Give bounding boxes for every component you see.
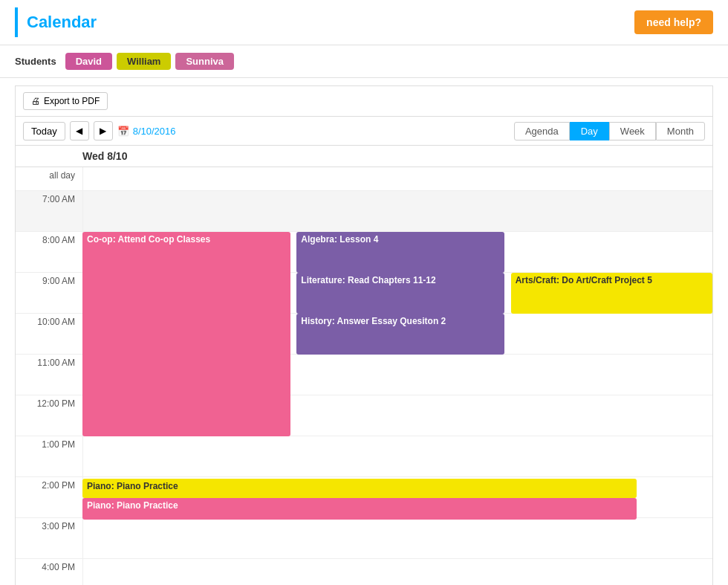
time-row-7am: 7:00 AM — [16, 191, 712, 232]
nav-left: Today ◀ ▶ 📅 8/10/2016 — [23, 121, 176, 140]
student-badge-william[interactable]: William — [117, 53, 171, 70]
view-week-button[interactable]: Week — [609, 122, 656, 140]
content-1pm — [82, 436, 712, 476]
allday-content — [82, 167, 712, 190]
next-button[interactable]: ▶ — [94, 121, 113, 140]
day-header: Wed 8/10 — [16, 146, 712, 167]
nav-bar: Today ◀ ▶ 📅 8/10/2016 Agenda Day Week Mo… — [16, 117, 712, 146]
view-buttons: Agenda Day Week Month — [514, 122, 705, 140]
export-button[interactable]: 🖨 Export to PDF — [23, 92, 108, 110]
students-label: Students — [15, 56, 56, 67]
label-8am: 8:00 AM — [16, 232, 82, 272]
content-4pm — [82, 559, 712, 585]
calendar-icon: 📅 — [117, 126, 129, 137]
event-artscraft[interactable]: Arts/Craft: Do Art/Craft Project 5 — [511, 273, 712, 314]
label-4pm: 4:00 PM — [16, 559, 82, 585]
calendar-body: all day 7:00 AM 8:00 AM 9:00 AM 10:00 AM — [16, 167, 712, 585]
event-piano-yellow[interactable]: Piano: Piano Practice — [82, 479, 637, 498]
prev-icon: ◀ — [76, 126, 82, 136]
export-label: Export to PDF — [44, 96, 100, 106]
next-icon: ▶ — [100, 126, 106, 136]
event-history[interactable]: History: Answer Essay Quesiton 2 — [296, 314, 504, 355]
toolbar: 🖨 Export to PDF — [16, 86, 712, 117]
need-help-button[interactable]: need help? — [634, 10, 713, 34]
view-day-button[interactable]: Day — [570, 122, 609, 140]
time-row-1pm: 1:00 PM — [16, 436, 712, 477]
students-row: Students David William Sunniva — [0, 45, 728, 78]
label-12pm: 12:00 PM — [16, 395, 82, 436]
label-9am: 9:00 AM — [16, 273, 82, 313]
current-date: 8/10/2016 — [133, 126, 176, 137]
prev-button[interactable]: ◀ — [70, 121, 89, 140]
today-button[interactable]: Today — [23, 122, 65, 140]
day-header-text: Wed 8/10 — [23, 150, 705, 162]
student-badge-david[interactable]: David — [65, 53, 112, 70]
event-piano-pink[interactable]: Piano: Piano Practice — [82, 498, 637, 520]
label-11am: 11:00 AM — [16, 355, 82, 395]
calendar-container: 🖨 Export to PDF Today ◀ ▶ 📅 8/10/2016 Ag… — [15, 85, 713, 585]
header: Calendar need help? — [0, 0, 728, 45]
student-badge-sunniva[interactable]: Sunniva — [175, 53, 234, 70]
label-3pm: 3:00 PM — [16, 518, 82, 558]
page-title: Calendar — [27, 13, 97, 32]
event-coop[interactable]: Co-op: Attend Co-op Classes — [82, 232, 290, 436]
event-algebra[interactable]: Algebra: Lesson 4 — [296, 232, 504, 273]
view-month-button[interactable]: Month — [656, 122, 705, 140]
label-10am: 10:00 AM — [16, 314, 82, 354]
nav-date: 📅 8/10/2016 — [117, 126, 176, 137]
label-1pm: 1:00 PM — [16, 436, 82, 476]
label-2pm: 2:00 PM — [16, 477, 82, 517]
header-left: Calendar — [15, 7, 97, 37]
blue-bar — [15, 7, 18, 37]
time-row-3pm: 3:00 PM — [16, 518, 712, 559]
content-7am — [82, 191, 712, 231]
allday-label: all day — [16, 167, 82, 190]
label-7am: 7:00 AM — [16, 191, 82, 231]
printer-icon: 🖨 — [31, 96, 40, 106]
time-row-4pm: 4:00 PM — [16, 559, 712, 585]
event-literature[interactable]: Literature: Read Chapters 11-12 — [296, 273, 504, 314]
view-agenda-button[interactable]: Agenda — [514, 122, 570, 140]
content-3pm — [82, 518, 712, 558]
allday-row: all day — [16, 167, 712, 191]
